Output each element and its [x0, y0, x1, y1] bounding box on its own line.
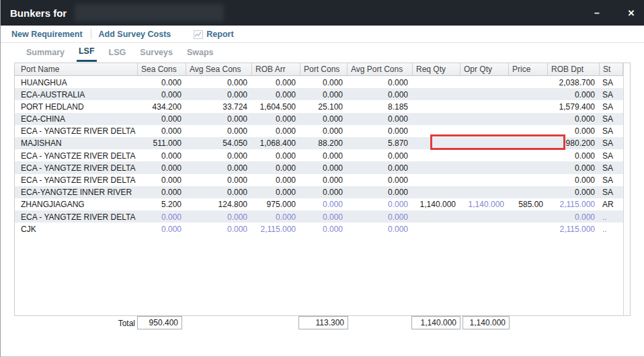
- tab-summary[interactable]: Summary: [24, 48, 67, 61]
- table-row-eca-yangtze-river-delta[interactable]: ECA - YANGTZE RIVER DELTA0.0000.0000.000…: [15, 125, 623, 137]
- table-row-eca-yangtze-river-delta-1o[interactable]: ECA - YANGTZE RIVER DELTA 1O(0.0000.0000…: [15, 210, 623, 223]
- cell-avg-port-cons[interactable]: 0.000: [348, 149, 413, 161]
- cell-rob-dpt[interactable]: 0.000: [548, 125, 600, 137]
- cell-st[interactable]: SA: [600, 113, 623, 125]
- cell-port-cons[interactable]: 0.000: [300, 174, 348, 186]
- cell-rob-arr[interactable]: 0.000: [252, 210, 300, 223]
- cell-price[interactable]: [509, 161, 548, 173]
- cell-avg-port-cons[interactable]: 0.000: [348, 161, 413, 173]
- cell-port-name[interactable]: ECA - YANGTZE RIVER DELTA 1O(: [15, 149, 138, 161]
- report-button[interactable]: Report: [206, 30, 233, 39]
- cell-req-qty[interactable]: [413, 210, 460, 223]
- cell-st[interactable]: SA: [600, 88, 623, 100]
- cell-price[interactable]: 585.00: [509, 198, 548, 210]
- tab-lsf[interactable]: LSF: [77, 46, 97, 62]
- cell-opr-qty[interactable]: [460, 186, 509, 198]
- cell-sea-cons[interactable]: 0.000: [138, 149, 186, 161]
- cell-opr-qty[interactable]: [460, 113, 509, 125]
- cell-avg-port-cons[interactable]: 0.000: [348, 174, 413, 186]
- cell-req-qty[interactable]: [413, 186, 460, 198]
- cell-price[interactable]: [509, 125, 548, 137]
- cell-sea-cons[interactable]: 0.000: [138, 161, 186, 173]
- cell-avg-sea-cons[interactable]: 0.000: [186, 149, 252, 161]
- cell-avg-port-cons[interactable]: 0.000: [348, 76, 413, 88]
- cell-rob-dpt[interactable]: 0.000: [548, 113, 600, 125]
- cell-rob-arr[interactable]: 0.000: [252, 88, 300, 100]
- cell-port-cons[interactable]: 0.000: [300, 149, 348, 161]
- cell-avg-sea-cons[interactable]: 0.000: [186, 223, 252, 235]
- cell-avg-sea-cons[interactable]: 0.000: [186, 161, 252, 173]
- cell-avg-sea-cons[interactable]: 0.000: [186, 186, 252, 198]
- cell-port-name[interactable]: ECA-AUSTRALIA: [15, 88, 138, 100]
- cell-st[interactable]: SA: [600, 161, 623, 173]
- tab-lsg[interactable]: LSG: [107, 48, 128, 61]
- cell-port-cons[interactable]: 88.200: [300, 137, 348, 149]
- cell-port-name[interactable]: PORT HEDLAND: [15, 100, 138, 112]
- cell-price[interactable]: [509, 88, 548, 100]
- cell-req-qty[interactable]: [413, 100, 460, 112]
- cell-port-cons[interactable]: 0.000: [300, 76, 348, 88]
- cell-rob-dpt[interactable]: 1,579.400: [548, 100, 600, 112]
- cell-st[interactable]: AR: [600, 198, 623, 210]
- cell-price[interactable]: [509, 210, 548, 223]
- cell-port-name[interactable]: MAJISHAN: [15, 137, 138, 149]
- cell-port-name[interactable]: ECA - YANGTZE RIVER DELTA 1O(: [15, 210, 138, 223]
- cell-sea-cons[interactable]: 434.200: [138, 100, 186, 112]
- table-row-eca-australia[interactable]: ECA-AUSTRALIA0.0000.0000.0000.0000.0000.…: [15, 88, 623, 100]
- cell-avg-sea-cons[interactable]: 0.000: [186, 210, 252, 223]
- cell-opr-qty[interactable]: [460, 223, 509, 235]
- cell-st[interactable]: SA: [600, 76, 623, 88]
- cell-sea-cons[interactable]: 511.000: [138, 137, 186, 149]
- cell-port-name[interactable]: ECA - YANGTZE RIVER DELTA: [15, 125, 138, 137]
- cell-avg-sea-cons[interactable]: 0.000: [186, 76, 252, 88]
- cell-rob-dpt[interactable]: 0.000: [548, 88, 600, 100]
- cell-sea-cons[interactable]: 0.000: [138, 88, 186, 100]
- cell-avg-port-cons[interactable]: 0.000: [348, 210, 413, 223]
- cell-price[interactable]: [509, 76, 548, 88]
- cell-rob-dpt[interactable]: 0.000: [548, 174, 600, 186]
- cell-sea-cons[interactable]: 5.200: [138, 198, 186, 210]
- cell-port-cons[interactable]: 0.000: [300, 223, 348, 235]
- cell-opr-qty[interactable]: [460, 137, 509, 149]
- cell-rob-dpt[interactable]: 2,115.000: [548, 198, 600, 210]
- cell-opr-qty[interactable]: [460, 149, 509, 161]
- cell-port-name[interactable]: HUANGHUA: [15, 76, 138, 88]
- cell-port-cons[interactable]: 25.100: [300, 100, 348, 112]
- cell-price[interactable]: [509, 137, 548, 149]
- cell-st[interactable]: SA: [600, 100, 623, 112]
- cell-rob-arr[interactable]: 0.000: [252, 113, 300, 125]
- table-row-huanghua[interactable]: HUANGHUA0.0000.0000.0000.0000.0002,038.7…: [15, 76, 623, 88]
- new-requirement-button[interactable]: New Requirement: [11, 30, 83, 39]
- cell-sea-cons[interactable]: 0.000: [138, 76, 186, 88]
- cell-price[interactable]: [509, 149, 548, 161]
- cell-port-name[interactable]: ECA - YANGTZE RIVER DELTA 1O(: [15, 174, 138, 186]
- cell-rob-dpt[interactable]: 0.000: [548, 161, 600, 173]
- cell-sea-cons[interactable]: 0.000: [138, 223, 186, 235]
- add-survey-costs-button[interactable]: Add Survey Costs: [99, 30, 171, 39]
- cell-avg-port-cons[interactable]: 0.000: [348, 125, 413, 137]
- tab-swaps[interactable]: Swaps: [185, 48, 216, 61]
- cell-req-qty[interactable]: [413, 137, 460, 149]
- cell-opr-qty[interactable]: [460, 76, 509, 88]
- cell-rob-dpt[interactable]: 0.000: [548, 149, 600, 161]
- vertical-scrollbar[interactable]: [623, 63, 631, 315]
- cell-price[interactable]: [509, 174, 548, 186]
- cell-sea-cons[interactable]: 0.000: [138, 186, 186, 198]
- cell-opr-qty[interactable]: 1,140.000: [460, 198, 509, 210]
- cell-avg-sea-cons[interactable]: 0.000: [186, 174, 252, 186]
- cell-port-cons[interactable]: 0.000: [300, 210, 348, 223]
- cell-sea-cons[interactable]: 0.000: [138, 174, 186, 186]
- cell-opr-qty[interactable]: [460, 125, 509, 137]
- cell-st[interactable]: ..: [600, 223, 623, 235]
- cell-price[interactable]: [509, 223, 548, 235]
- cell-rob-dpt[interactable]: 2,115.000: [548, 223, 600, 235]
- cell-price[interactable]: [509, 113, 548, 125]
- cell-rob-arr[interactable]: 0.000: [252, 149, 300, 161]
- cell-req-qty[interactable]: [413, 149, 460, 161]
- cell-rob-arr[interactable]: 0.000: [252, 161, 300, 173]
- cell-avg-sea-cons[interactable]: 54.050: [186, 137, 252, 149]
- cell-avg-port-cons[interactable]: 0.000: [348, 113, 413, 125]
- cell-rob-arr[interactable]: 0.000: [252, 186, 300, 198]
- cell-req-qty[interactable]: [413, 76, 460, 88]
- table-row-port-hedland[interactable]: PORT HEDLAND434.20033.7241,604.50025.100…: [15, 100, 623, 112]
